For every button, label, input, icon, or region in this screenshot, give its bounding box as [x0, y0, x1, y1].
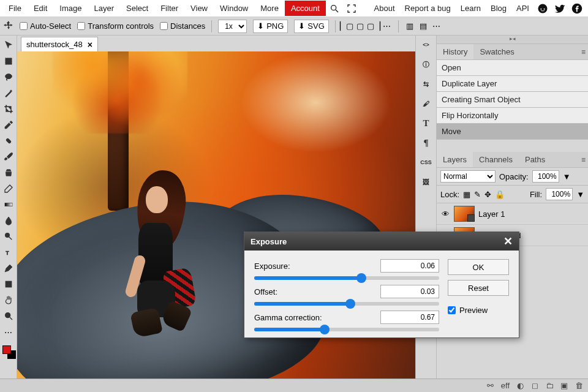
export-png-button[interactable]: ⬇PNG [253, 20, 288, 33]
tab-swatches[interactable]: Swatches [473, 44, 520, 59]
crop-tool[interactable] [1, 102, 16, 116]
tab-paths[interactable]: Paths [519, 152, 551, 167]
menu-view[interactable]: View [184, 1, 214, 16]
menu-filter[interactable]: Filter [154, 1, 184, 16]
search-icon[interactable] [328, 2, 341, 15]
ok-button[interactable]: OK [448, 259, 509, 275]
color-swatches[interactable] [1, 345, 16, 364]
new-layer-icon[interactable]: ▣ [560, 382, 568, 390]
chevron-down-icon[interactable]: ▼ [576, 190, 584, 199]
menu-edit[interactable]: Edit [28, 1, 53, 16]
lock-move-icon[interactable]: ✥ [484, 190, 491, 199]
lasso-tool[interactable] [1, 70, 16, 85]
close-icon[interactable]: ✕ [503, 235, 513, 248]
opacity-input[interactable] [532, 170, 559, 183]
align-left-icon[interactable]: ▏▢ [342, 21, 352, 31]
adjust-panel-icon[interactable]: ⇆ [420, 77, 433, 91]
menu-window[interactable]: Window [214, 1, 254, 16]
exposure-slider[interactable] [254, 276, 439, 280]
shape-tool[interactable] [1, 277, 16, 292]
twitter-icon[interactable] [554, 2, 566, 15]
layer-thumbnail[interactable] [454, 206, 475, 222]
zoom-tool[interactable] [1, 309, 16, 323]
gamma-input[interactable] [380, 311, 439, 324]
heal-tool[interactable] [1, 134, 16, 148]
dialog-titlebar[interactable]: Exposure ✕ [244, 232, 519, 251]
offset-input[interactable] [380, 285, 439, 298]
align-right-icon[interactable]: ▢▕ [369, 21, 379, 31]
auto-select-checkbox[interactable]: Auto-Select [20, 21, 71, 31]
reset-button[interactable]: Reset [448, 280, 509, 296]
adjust-icon[interactable]: ◐ [516, 382, 524, 390]
move-tool[interactable] [1, 38, 16, 53]
history-item[interactable]: Duplicate Layer [437, 76, 588, 92]
mask-icon[interactable]: ◻ [530, 382, 539, 390]
menu-image[interactable]: Image [53, 1, 88, 16]
gradient-tool[interactable] [1, 197, 16, 212]
gamma-slider[interactable] [254, 328, 439, 331]
brush-panel-icon[interactable]: 🖌 [420, 97, 433, 110]
exposure-input[interactable] [380, 259, 439, 273]
eyedropper-tool[interactable] [1, 118, 16, 132]
folder-icon[interactable]: 🗀 [545, 382, 554, 390]
trash-icon[interactable]: 🗑 [575, 382, 583, 390]
pen-tool[interactable] [1, 261, 16, 276]
info-panel-icon[interactable]: ⓘ [420, 58, 433, 71]
history-item[interactable]: Move [437, 124, 588, 140]
paragraph-panel-icon[interactable]: ¶ [420, 136, 433, 149]
visibility-icon[interactable]: 👁 [440, 209, 450, 219]
distribute-h-icon[interactable]: ▥ [405, 21, 415, 31]
history-item[interactable]: Flip Horizontally [437, 108, 588, 124]
marquee-tool[interactable] [1, 54, 16, 69]
distribute-v-icon[interactable]: ▤ [418, 21, 428, 31]
align-center-h-icon[interactable]: ▢ [355, 21, 365, 31]
clone-tool[interactable] [1, 165, 16, 180]
panel-menu-icon[interactable]: ≡ [581, 156, 586, 164]
collapse-panel-icon[interactable]: <> [420, 38, 433, 51]
foreground-color[interactable] [2, 345, 11, 354]
fill-input[interactable] [546, 188, 573, 200]
close-icon[interactable]: × [88, 40, 92, 50]
wand-tool[interactable] [1, 86, 16, 100]
distribute-more-icon[interactable]: ⋯ [432, 21, 442, 31]
align-more-icon[interactable]: ⋯ [382, 21, 392, 31]
reddit-icon[interactable] [537, 2, 549, 15]
history-item[interactable]: Open [437, 60, 588, 76]
canvas[interactable] [17, 51, 415, 392]
export-svg-button[interactable]: ⬇SVG [294, 20, 328, 33]
tab-channels[interactable]: Channels [473, 152, 519, 167]
lock-transparent-icon[interactable]: ▦ [463, 190, 470, 199]
zoom-select[interactable]: 1x [218, 20, 247, 33]
lock-brush-icon[interactable]: ✎ [474, 190, 481, 199]
panel-menu-icon[interactable]: ≡ [581, 48, 586, 56]
panel-collapse-marker[interactable]: ▸◂ [437, 36, 588, 44]
more-tool[interactable]: ⋯ [1, 325, 16, 339]
menu-layer[interactable]: Layer [88, 1, 121, 16]
lock-all-icon[interactable]: 🔒 [495, 190, 505, 199]
document-tab[interactable]: shutterstock_48 × [21, 37, 98, 51]
link-icon[interactable]: ⚯ [486, 382, 495, 390]
transform-controls-checkbox[interactable]: Transform controls [77, 21, 154, 31]
type-tool[interactable]: T [1, 245, 16, 260]
preview-checkbox[interactable]: Preview [448, 306, 509, 315]
menu-select[interactable]: Select [120, 1, 154, 16]
link-report-bug[interactable]: Report a bug [400, 1, 456, 16]
offset-slider[interactable] [254, 302, 439, 306]
fullscreen-icon[interactable] [345, 2, 358, 15]
history-item[interactable]: Creating Smart Object [437, 92, 588, 108]
dodge-tool[interactable] [1, 229, 16, 244]
image-panel-icon[interactable]: 🖼 [420, 175, 433, 189]
hand-tool[interactable] [1, 293, 16, 307]
blend-mode-select[interactable]: Normal [440, 170, 496, 183]
facebook-icon[interactable] [571, 2, 583, 15]
tab-history[interactable]: History [437, 44, 473, 59]
link-blog[interactable]: Blog [486, 1, 511, 16]
layer-row[interactable]: 👁 Layer 1 [437, 203, 588, 225]
brush-tool[interactable] [1, 149, 16, 164]
menu-file[interactable]: File [2, 1, 28, 16]
eraser-tool[interactable] [1, 181, 16, 196]
link-about[interactable]: About [369, 1, 400, 16]
layer-name[interactable]: Layer 1 [478, 209, 505, 219]
distances-checkbox[interactable]: Distances [160, 21, 205, 31]
eff-label[interactable]: eff [501, 381, 510, 390]
